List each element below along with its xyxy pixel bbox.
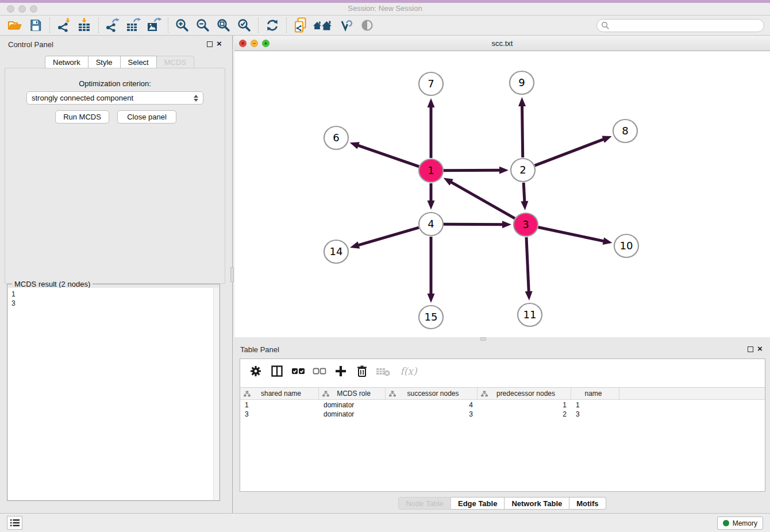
- cell-name[interactable]: 1: [571, 400, 619, 410]
- toolbar-separator: [168, 18, 168, 33]
- tab-mcds[interactable]: MCDS: [157, 56, 194, 69]
- table-row[interactable]: 1 dominator 4 1 1: [240, 400, 765, 410]
- cell-shared-name[interactable]: 3: [240, 410, 319, 419]
- cell-name[interactable]: 3: [571, 410, 619, 419]
- run-mcds-button[interactable]: Run MCDS: [55, 110, 109, 124]
- optimization-criterion-dropdown[interactable]: strongly connected component: [26, 91, 203, 105]
- edge-2-3[interactable]: [523, 183, 525, 203]
- edge-arrowhead: [502, 221, 511, 228]
- open-folder-icon[interactable]: [5, 17, 25, 34]
- cell-shared-name[interactable]: 1: [240, 400, 319, 410]
- close-panel-icon[interactable]: ×: [757, 344, 763, 353]
- edge-2-8[interactable]: [535, 139, 605, 166]
- select-all-columns-icon[interactable]: [290, 363, 307, 380]
- table-row[interactable]: 3 dominator 3 2 3: [240, 410, 765, 419]
- column-header-shared-name[interactable]: shared name: [240, 388, 319, 399]
- style-toggle-icon[interactable]: [336, 17, 357, 34]
- import-table-icon[interactable]: [74, 17, 95, 34]
- trash-icon[interactable]: [353, 363, 371, 380]
- edge-1-6[interactable]: [357, 145, 419, 166]
- edge-1-2[interactable]: [444, 170, 501, 171]
- tab-style[interactable]: Style: [88, 56, 121, 69]
- cell-predecessor-nodes[interactable]: 1: [478, 400, 571, 410]
- cell-mcds-role[interactable]: dominator: [319, 400, 386, 410]
- mcds-result-scrollbar[interactable]: [213, 288, 219, 500]
- graph-node-label: 2: [519, 164, 526, 176]
- tab-network[interactable]: Network: [45, 56, 88, 69]
- tab-network-table[interactable]: Network Table: [505, 497, 569, 510]
- export-image-icon[interactable]: [144, 17, 164, 34]
- refresh-icon[interactable]: [262, 17, 283, 34]
- graph-node-label: 15: [425, 311, 438, 323]
- home-icon[interactable]: [311, 17, 336, 34]
- copy-network-icon[interactable]: [290, 17, 311, 34]
- task-history-button[interactable]: [7, 516, 22, 530]
- zoom-selected-icon[interactable]: [234, 17, 255, 34]
- edge-3-11[interactable]: [526, 237, 529, 293]
- network-window-title: scc.txt: [234, 39, 770, 48]
- search-field[interactable]: [596, 19, 764, 32]
- graph-node-label: 4: [428, 218, 434, 230]
- column-header-predecessor-nodes[interactable]: predecessor nodes: [478, 388, 571, 399]
- split-panel-icon[interactable]: [268, 363, 286, 380]
- zoom-fit-icon[interactable]: [213, 17, 234, 34]
- gear-icon[interactable]: [247, 363, 264, 380]
- float-panel-icon[interactable]: [207, 41, 213, 47]
- memory-label: Memory: [733, 519, 757, 527]
- close-panel-button[interactable]: Close panel: [117, 110, 176, 124]
- visibility-icon[interactable]: [357, 17, 378, 34]
- cell-predecessor-nodes[interactable]: 2: [478, 410, 571, 419]
- zoom-out-icon[interactable]: [192, 17, 213, 34]
- search-input[interactable]: [610, 21, 764, 31]
- splitter-grip[interactable]: [230, 267, 234, 282]
- tab-node-table[interactable]: Node Table: [398, 497, 451, 510]
- edge-2-9[interactable]: [522, 105, 523, 157]
- import-network-icon[interactable]: [53, 17, 74, 34]
- export-table-icon[interactable]: [123, 17, 144, 34]
- function-builder-icon: f(x): [396, 363, 421, 380]
- zoom-in-icon[interactable]: [172, 17, 192, 34]
- edge-arrowhead: [602, 136, 611, 143]
- edge-arrowhead: [525, 291, 533, 300]
- edge-3-1[interactable]: [450, 182, 515, 218]
- edge-arrowhead: [428, 98, 435, 107]
- chevron-up-down-icon: [194, 95, 198, 102]
- column-header-mcds-role[interactable]: MCDS role: [319, 388, 386, 399]
- control-panel: Control Panel × Network Style Select MCD…: [0, 36, 230, 508]
- memory-status-icon: [723, 520, 729, 526]
- close-panel-icon[interactable]: ×: [217, 38, 222, 48]
- edge-4-14[interactable]: [357, 228, 418, 245]
- toolbar-separator: [286, 18, 287, 33]
- float-panel-icon[interactable]: [748, 346, 753, 352]
- deselect-all-columns-icon[interactable]: [311, 363, 328, 380]
- add-icon[interactable]: [332, 363, 349, 380]
- mcds-result-text[interactable]: 1 3: [8, 288, 213, 500]
- cell-successor-nodes[interactable]: 4: [386, 400, 478, 410]
- network-canvas[interactable]: 1234678910111415: [234, 51, 770, 337]
- column-header-name[interactable]: name: [571, 388, 619, 399]
- edge-3-10[interactable]: [538, 228, 605, 242]
- delete-table-icon: [375, 363, 392, 380]
- edge-arrowhead: [499, 167, 509, 174]
- graph-node-label: 6: [333, 132, 339, 144]
- main-toolbar: [0, 16, 770, 36]
- toolbar-separator: [258, 18, 259, 33]
- memory-button[interactable]: Memory: [717, 516, 763, 530]
- mcds-result-group: MCDS result (2 nodes) 1 3: [7, 284, 220, 501]
- node-attribute-icon: [389, 391, 396, 397]
- graph-node-label: 3: [522, 218, 529, 230]
- save-icon[interactable]: [25, 17, 46, 34]
- cell-successor-nodes[interactable]: 3: [386, 410, 478, 419]
- edge-4-3[interactable]: [444, 224, 504, 225]
- tab-edge-table[interactable]: Edge Table: [451, 497, 505, 510]
- vertical-splitter[interactable]: [230, 36, 234, 513]
- cell-mcds-role[interactable]: dominator: [319, 410, 386, 419]
- edge-arrowhead: [518, 97, 526, 106]
- column-header-successor-nodes[interactable]: successor nodes: [386, 388, 478, 399]
- tab-motifs[interactable]: Motifs: [569, 497, 606, 510]
- graph-node-label: 1: [428, 164, 434, 176]
- table-panel-header: Table Panel ×: [234, 341, 770, 357]
- network-window-titlebar[interactable]: × – + scc.txt: [234, 36, 770, 51]
- export-network-icon[interactable]: [102, 17, 123, 34]
- tab-select[interactable]: Select: [121, 56, 157, 69]
